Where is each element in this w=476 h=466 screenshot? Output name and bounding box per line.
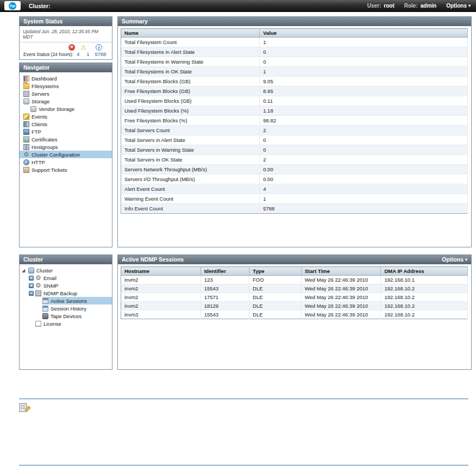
table-row: Free Filesystem Blocks (%)98.82 [121,116,468,126]
summary-table-body: Total Filesystem Count1Total Filesystems… [121,38,468,214]
tree-item-email[interactable]: +Email [20,274,112,282]
panel-title: Navigator [23,63,49,72]
tree-item-label: Tape Devices [51,313,82,319]
summary-table: Name Value Total Filesystem Count1Total … [121,28,468,214]
clients-icon [23,121,29,127]
table-row: Alert Event Count4 [121,184,468,194]
table-row: Used Filesystem Blocks (%)1.18 [121,106,468,116]
top-bar: hp Cluster: User: root Role: admin Optio… [0,0,476,12]
ndmp-header: Active NDMP Sessions Options▾ [118,255,471,264]
sidebar-item-label: Hostgroups [32,144,58,150]
ndmp-cell: Wed May 26 22:46:39 2010 [301,284,381,293]
chevron-down-icon: ▾ [465,255,467,264]
sidebar-item-label: FTP [32,129,41,135]
ndmp-cell: DLE [249,284,302,293]
table-icon [42,298,48,304]
table-row[interactable]: invm315543DLEWed May 26 22:46:39 2010192… [121,310,468,319]
tape-icon [42,313,48,319]
collapse-arrow-icon[interactable]: ◢ [22,268,27,273]
event-status-label: Event Status (24 hours): [23,52,73,57]
cluster-panel: Cluster ◢Cluster+Email+SNMP−NDMP BackupA… [19,254,112,370]
role-label: Role: [404,3,418,9]
ndmp-cell: 18129 [201,302,249,310]
ndmp-cell: 192.168.10.1 [381,276,468,284]
sidebar-item-certificates[interactable]: Certificates [20,135,112,143]
summary-name-cell: Used Filesystem Blocks (%) [121,106,260,116]
tree-item-tape-devices[interactable]: Tape Devices [20,312,112,320]
tree-item-active-sessions[interactable]: Active Sessions [20,297,112,305]
sidebar-item-storage[interactable]: Storage [20,97,112,105]
ndmp-cell: 17571 [201,293,249,302]
ndmp-cell: 192.168.10.2 [381,284,468,293]
sidebar-item-events[interactable]: Events [20,113,112,120]
table-row: Total Filesystems in OK State1 [121,67,468,77]
summary-panel: Summary Name Value Total Filesystem Coun… [117,16,472,247]
sidebar-item-support-tickets[interactable]: Support Tickets [20,166,112,173]
tree-item-cluster[interactable]: ◢Cluster [20,266,112,274]
table-row[interactable]: invm218129DLEWed May 26 22:46:39 2010192… [121,302,468,310]
info-count[interactable]: 5788 [93,51,108,57]
sidebar-item-label: Clients [32,121,47,127]
column-header-type: Type [249,267,302,276]
sidebar-item-hostgroups[interactable]: Hostgroups [20,143,112,151]
event-status-row: Event Status (24 hours): 4 1 5788 [20,51,112,57]
table-row[interactable]: invm217571DLEWed May 26 22:46:39 2010192… [121,293,468,302]
warning-count[interactable]: 1 [83,51,93,57]
sidebar-item-servers[interactable]: Servers [20,90,112,97]
summary-value-cell: 0 [260,47,468,57]
hp-logo: hp [4,1,21,10]
table-row: Total Servers in Alert State0 [121,135,468,145]
tree-item-label: SNMP [43,283,58,289]
tree-item-session-history[interactable]: Session History [20,305,112,312]
ndmp-options-menu[interactable]: Options▾ [442,255,467,264]
ndmp-cell: 192.168.10.2 [381,310,468,319]
navigator-list: DashboardFilesystemsServersStorageVendor… [20,72,112,173]
summary-value-cell: 2 [260,126,468,135]
column-header-value: Value [260,29,468,38]
window-title: Cluster: [29,3,51,9]
ndmp-cell: Wed May 26 22:46:39 2010 [301,293,381,302]
sidebar-item-dashboard[interactable]: Dashboard [20,74,112,82]
gear-icon [35,283,41,289]
ndmp-cell: DLE [249,310,302,319]
options-menu[interactable]: Options▾ [446,3,471,9]
table-row[interactable]: invm2123FOOWed May 26 22:46:39 2010192.1… [121,276,468,284]
sidebar-item-ftp[interactable]: FTP [20,128,112,135]
tree-item-ndmp-backup[interactable]: −NDMP Backup [20,289,112,297]
sidebar-item-cluster-configuration[interactable]: Cluster Configuration [20,151,112,158]
expand-plus-icon[interactable]: + [29,276,34,281]
sidebar-item-label: Certificates [32,136,58,142]
tickets-icon [23,167,29,173]
sidebar-item-http[interactable]: HTTP [20,158,112,166]
summary-header: Summary [118,17,471,26]
column-header-dma-ip: DMA IP Address [381,267,468,276]
http-icon [23,159,29,165]
gear-icon [35,275,41,281]
topbar-right: User: root Role: admin Options▾ [367,3,471,9]
system-status-header: System Status [20,17,112,26]
summary-value-cell: 1.18 [260,106,468,116]
expand-plus-icon[interactable]: + [29,283,34,288]
expand-minus-icon[interactable]: − [29,291,34,296]
sidebar-item-filesystems[interactable]: Filesystems [20,82,112,90]
role-value: admin [421,3,436,9]
tree-item-license[interactable]: License [20,320,112,327]
column-header-name: Name [121,29,260,38]
table-row: Used Filesystem Blocks (GB)0.11 [121,96,468,106]
table-header-row: Name Value [121,29,468,38]
summary-name-cell: Total Filesystems in Alert State [121,47,260,57]
summary-name-cell: Total Servers Count [121,126,260,135]
tree-item-snmp[interactable]: +SNMP [20,282,112,289]
tree-item-body: SNMP [35,282,112,289]
system-status-panel: System Status Updated Jun. 28, 2010, 12:… [19,16,112,60]
sidebar-item-vendor-storage[interactable]: Vendor Storage [20,105,112,113]
server-icon [23,91,29,97]
table-row[interactable]: invm215543DLEWed May 26 22:46:39 2010192… [121,284,468,293]
summary-name-cell: Warning Event Count [121,194,260,204]
panel-title: Cluster [23,255,43,264]
info-icon: i [96,44,102,51]
ftp-icon [23,129,29,135]
alert-count[interactable]: 4 [73,51,83,57]
sidebar-item-clients[interactable]: Clients [20,120,112,128]
options-label: Options [446,3,467,9]
